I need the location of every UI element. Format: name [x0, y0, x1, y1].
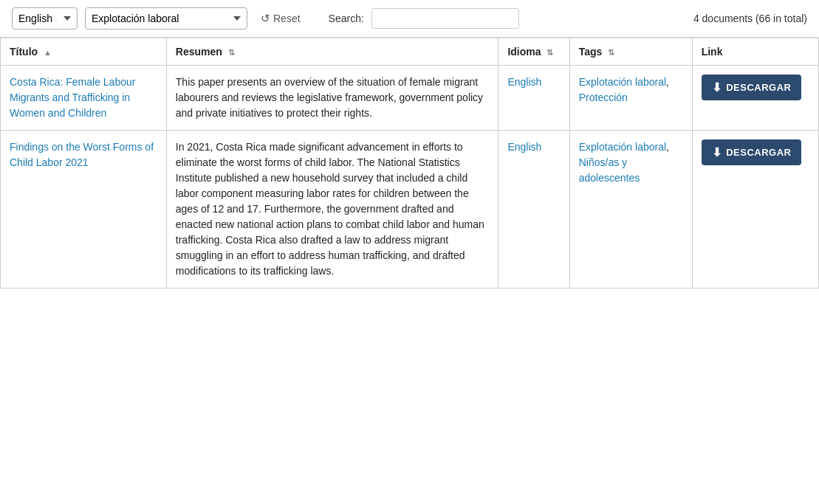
tag-select[interactable]: Explotación laboral Protección Niños/as … [85, 7, 247, 30]
col-header-resumen[interactable]: Resumen ⇅ [166, 38, 498, 66]
col-header-idioma[interactable]: Idioma ⇅ [498, 38, 569, 66]
col-resumen-label: Resumen [176, 46, 222, 58]
results-table-wrapper: Título ▲ Resumen ⇅ Idioma ⇅ Tags ⇅ Link [0, 38, 819, 289]
table-header: Título ▲ Resumen ⇅ Idioma ⇅ Tags ⇅ Link [1, 38, 819, 66]
row1-idioma-link[interactable]: English [507, 76, 541, 88]
doc-count: 4 documents (66 in total) [693, 13, 807, 24]
row1-resumen-text: This paper presents an overview of the s… [176, 76, 483, 119]
col-header-link: Link [692, 38, 818, 66]
row1-idioma-cell: English [498, 66, 569, 131]
row2-idioma-cell: English [498, 131, 569, 289]
row1-download-label: DESCARGAR [726, 82, 791, 93]
results-table: Título ▲ Resumen ⇅ Idioma ⇅ Tags ⇅ Link [0, 38, 819, 289]
sort-icon-titulo: ▲ [44, 48, 52, 57]
row1-download-button[interactable]: ⬇ DESCARGAR [702, 75, 802, 100]
row1-tag2-link[interactable]: Protección [579, 92, 628, 103]
reset-label: Reset [273, 13, 301, 24]
row1-resumen-cell: This paper presents an overview of the s… [166, 66, 498, 131]
sort-icon-resumen: ⇅ [228, 48, 235, 58]
search-input[interactable] [371, 8, 519, 29]
download-icon: ⬇ [712, 80, 722, 94]
download-icon: ⬇ [712, 145, 722, 159]
row1-tag1-link[interactable]: Explotación laboral [579, 76, 666, 88]
tag-select-wrapper: Explotación laboral Protección Niños/as … [85, 7, 247, 30]
row2-download-button[interactable]: ⬇ DESCARGAR [702, 139, 802, 165]
row2-link-cell: ⬇ DESCARGAR [692, 131, 818, 289]
toolbar: English Spanish French Explotación labor… [0, 0, 819, 38]
table-body: Costa Rica: Female Labour Migrants and T… [1, 66, 819, 289]
row2-titulo-cell: Findings on the Worst Forms of Child Lab… [1, 131, 167, 289]
reset-icon: ↺ [261, 12, 270, 25]
table-row: Costa Rica: Female Labour Migrants and T… [1, 66, 819, 131]
row2-resumen-text: In 2021, Costa Rica made significant adv… [176, 141, 484, 277]
sort-icon-tags: ⇅ [608, 48, 614, 58]
col-header-tags[interactable]: Tags ⇅ [569, 38, 692, 66]
col-header-titulo[interactable]: Título ▲ [1, 38, 167, 66]
reset-button[interactable]: ↺ Reset [255, 9, 306, 28]
row1-titulo-link[interactable]: Costa Rica: Female Labour Migrants and T… [10, 76, 135, 119]
col-link-label: Link [702, 46, 723, 58]
row1-titulo-cell: Costa Rica: Female Labour Migrants and T… [1, 66, 167, 131]
language-select[interactable]: English Spanish French [12, 7, 78, 30]
row2-tag2-link[interactable]: Niños/as y adolescentes [579, 156, 640, 184]
language-select-wrapper: English Spanish French [12, 7, 78, 30]
row2-tags-cell: Explotación laboral, Niños/as y adolesce… [569, 131, 692, 289]
col-titulo-label: Título [10, 46, 38, 58]
row1-link-cell: ⬇ DESCARGAR [692, 66, 818, 131]
row2-tag1-link[interactable]: Explotación laboral [579, 141, 666, 153]
row2-idioma-link[interactable]: English [507, 141, 541, 153]
sort-icon-idioma: ⇅ [546, 48, 553, 58]
search-label: Search: [329, 13, 364, 24]
row2-resumen-cell: In 2021, Costa Rica made significant adv… [166, 131, 498, 289]
table-row: Findings on the Worst Forms of Child Lab… [1, 131, 819, 289]
row2-download-label: DESCARGAR [726, 147, 791, 158]
row2-titulo-link[interactable]: Findings on the Worst Forms of Child Lab… [10, 141, 154, 168]
row1-tags-cell: Explotación laboral, Protección [569, 66, 692, 131]
col-idioma-label: Idioma [507, 46, 541, 58]
col-tags-label: Tags [579, 46, 603, 58]
